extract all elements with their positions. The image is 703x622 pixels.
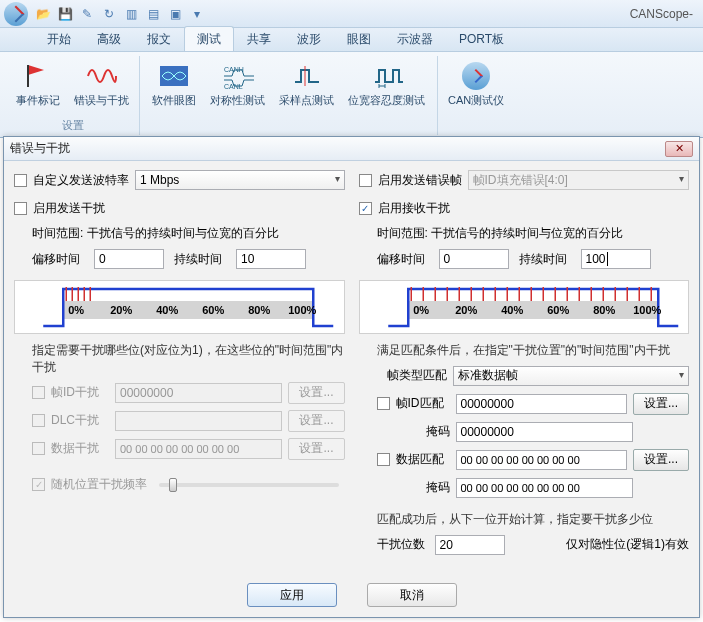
interference-bits-label: 干扰位数 <box>377 536 429 553</box>
open-icon[interactable]: 📂 <box>34 5 52 23</box>
svg-text:40%: 40% <box>501 304 523 316</box>
enable-send-error-label: 启用发送错误帧 <box>378 172 462 189</box>
id-mask-input[interactable]: 00000000 <box>456 422 634 442</box>
id-mask-label: 掩码 <box>396 423 450 440</box>
frame-id-match-checkbox[interactable] <box>377 397 390 410</box>
svg-rect-6 <box>63 301 313 319</box>
frame-id-interference-input: 00000000 <box>115 383 282 403</box>
close-button[interactable]: ✕ <box>665 141 693 157</box>
interference-bits-note: 仅对隐性位(逻辑1)有效 <box>511 536 690 553</box>
ribbon-panel: 事件标记 错误与干扰 设置 软件眼图 CANHCANL 对称性测试 采样点测试 <box>0 52 703 138</box>
ribbon-group-settings: 事件标记 错误与干扰 设置 <box>6 56 140 135</box>
custom-baud-label: 自定义发送波特率 <box>33 172 129 189</box>
data-mask-input[interactable]: 00 00 00 00 00 00 00 00 <box>456 478 634 498</box>
frame-id-set-button: 设置... <box>288 382 344 404</box>
can-tester-icon <box>460 60 492 92</box>
data-match-set-button[interactable]: 设置... <box>633 449 689 471</box>
data-mask-label: 掩码 <box>396 479 450 496</box>
enable-send-error-checkbox[interactable] <box>359 174 372 187</box>
svg-rect-1 <box>27 65 29 87</box>
enable-recv-interference-checkbox[interactable]: ✓ <box>359 202 372 215</box>
random-position-checkbox: ✓ <box>32 478 45 491</box>
svg-rect-18 <box>408 301 658 319</box>
offset-input-left[interactable]: 0 <box>94 249 164 269</box>
tab-eye[interactable]: 眼图 <box>334 26 384 51</box>
dlc-interference-checkbox <box>32 414 45 427</box>
offset-label-right: 偏移时间 <box>377 251 429 268</box>
refresh-icon[interactable]: ↻ <box>100 5 118 23</box>
match-note: 匹配成功后，从下一位开始计算，指定要干扰多少位 <box>359 511 690 528</box>
frame-id-match-input[interactable]: 00000000 <box>456 394 627 414</box>
software-eye-button[interactable]: 软件眼图 <box>148 58 200 108</box>
enable-send-interference-label: 启用发送干扰 <box>33 200 105 217</box>
tab-waveform[interactable]: 波形 <box>284 26 334 51</box>
qat-dropdown-icon[interactable]: ▾ <box>188 5 206 23</box>
data-match-input[interactable]: 00 00 00 00 00 00 00 00 <box>456 450 627 470</box>
svg-text:60%: 60% <box>202 304 224 316</box>
symmetry-test-button[interactable]: CANHCANL 对称性测试 <box>206 58 269 108</box>
duration-label-left: 持续时间 <box>174 251 226 268</box>
window-title: CANScope- <box>630 7 699 21</box>
apply-button[interactable]: 应用 <box>247 583 337 607</box>
enable-recv-interference-label: 启用接收干扰 <box>378 200 450 217</box>
tab-share[interactable]: 共享 <box>234 26 284 51</box>
ribbon-tabs: 开始 高级 报文 测试 共享 波形 眼图 示波器 PORT板 <box>0 28 703 52</box>
tab-port[interactable]: PORT板 <box>446 26 517 51</box>
flag-icon <box>22 60 54 92</box>
time-range-label-right: 时间范围: 干扰信号的持续时间与位宽的百分比 <box>359 225 690 242</box>
tab-message[interactable]: 报文 <box>134 26 184 51</box>
data-interference-checkbox <box>32 442 45 455</box>
layout1-icon[interactable]: ▥ <box>122 5 140 23</box>
bitwidth-icon <box>371 60 403 92</box>
custom-baud-checkbox[interactable] <box>14 174 27 187</box>
error-frame-combo: 帧ID填充错误[4:0] <box>468 170 690 190</box>
receive-column: 启用发送错误帧 帧ID填充错误[4:0] ✓ 启用接收干扰 时间范围: 干扰信号… <box>359 169 690 556</box>
dlc-set-button: 设置... <box>288 410 344 432</box>
canh-canl-icon: CANHCANL <box>222 60 254 92</box>
send-column: 自定义发送波特率 1 Mbps 启用发送干扰 时间范围: 干扰信号的持续时间与位… <box>14 169 345 556</box>
random-frequency-slider <box>159 483 339 487</box>
tab-advanced[interactable]: 高级 <box>84 26 134 51</box>
svg-text:80%: 80% <box>593 304 615 316</box>
bitwidth-tolerance-button[interactable]: 位宽容忍度测试 <box>344 58 429 108</box>
title-bar: 📂 💾 ✎ ↻ ▥ ▤ ▣ ▾ CANScope- <box>0 0 703 28</box>
save-icon[interactable]: 💾 <box>56 5 74 23</box>
baud-combo[interactable]: 1 Mbps <box>135 170 345 190</box>
tab-oscilloscope[interactable]: 示波器 <box>384 26 446 51</box>
data-interference-input: 00 00 00 00 00 00 00 00 <box>115 439 282 459</box>
quick-access-toolbar: 📂 💾 ✎ ↻ ▥ ▤ ▣ ▾ <box>34 5 206 23</box>
time-range-label-left: 时间范围: 干扰信号的持续时间与位宽的百分比 <box>14 225 345 242</box>
dlc-interference-label: DLC干扰 <box>51 412 109 429</box>
offset-input-right[interactable]: 0 <box>439 249 509 269</box>
frame-id-match-label: 帧ID匹配 <box>396 395 450 412</box>
event-marker-button[interactable]: 事件标记 <box>12 58 64 108</box>
dialog-title: 错误与干扰 <box>10 140 70 157</box>
left-note: 指定需要干扰哪些位(对应位为1)，在这些位的"时间范围"内干扰 <box>14 342 345 376</box>
duration-input-left[interactable]: 10 <box>236 249 306 269</box>
enable-send-interference-checkbox[interactable] <box>14 202 27 215</box>
svg-text:100%: 100% <box>633 304 661 316</box>
can-tester-button[interactable]: CAN测试仪 <box>444 58 508 108</box>
layout2-icon[interactable]: ▤ <box>144 5 162 23</box>
duration-input-right[interactable]: 100 <box>581 249 651 269</box>
svg-text:20%: 20% <box>455 304 477 316</box>
edit-icon[interactable]: ✎ <box>78 5 96 23</box>
error-interference-button[interactable]: 错误与干扰 <box>70 58 133 108</box>
sample-point-button[interactable]: 采样点测试 <box>275 58 338 108</box>
frame-id-match-set-button[interactable]: 设置... <box>633 393 689 415</box>
dialog-titlebar: 错误与干扰 ✕ <box>4 137 699 161</box>
camera-icon[interactable]: ▣ <box>166 5 184 23</box>
tab-test[interactable]: 测试 <box>184 26 234 51</box>
error-interference-dialog: 错误与干扰 ✕ 自定义发送波特率 1 Mbps 启用发送干扰 时间范围: 干扰信… <box>3 136 700 618</box>
svg-text:100%: 100% <box>288 304 316 316</box>
cancel-button[interactable]: 取消 <box>367 583 457 607</box>
svg-text:0%: 0% <box>413 304 429 316</box>
tab-start[interactable]: 开始 <box>34 26 84 51</box>
frame-type-combo[interactable]: 标准数据帧 <box>453 366 690 386</box>
frame-id-interference-checkbox <box>32 386 45 399</box>
data-match-checkbox[interactable] <box>377 453 390 466</box>
app-logo-icon <box>4 2 28 26</box>
interference-bits-input[interactable]: 20 <box>435 535 505 555</box>
random-position-label: 随机位置干扰频率 <box>51 476 147 493</box>
svg-text:60%: 60% <box>547 304 569 316</box>
